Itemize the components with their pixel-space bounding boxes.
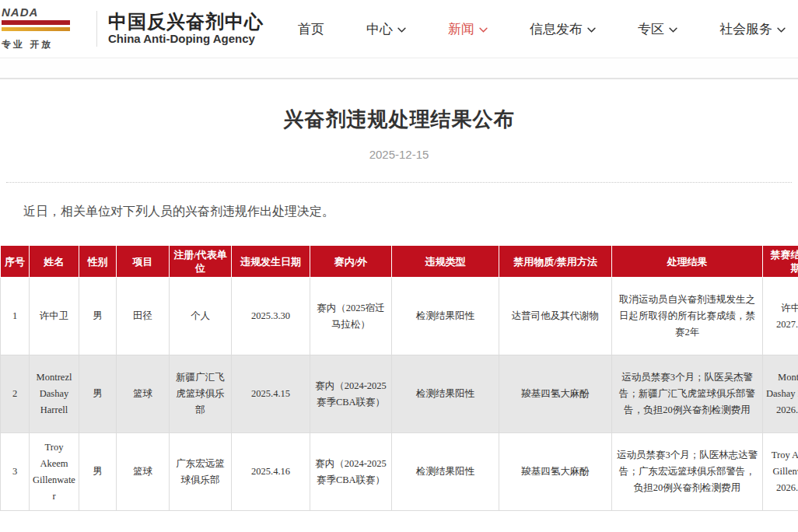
table-cell: 男: [79, 355, 117, 433]
logo-red-bar: [2, 20, 70, 25]
table-cell: 检测结果阳性: [392, 433, 499, 511]
logo-gold-bar: [2, 27, 70, 31]
table-row: 3Troy Akeem Gillenwater男篮球广东宏远篮球俱乐部2025.…: [1, 433, 798, 511]
table-cell: 赛内（2024-2025赛季CBA联赛）: [310, 433, 392, 511]
column-header: 姓名: [30, 246, 79, 278]
agency-title-en: China Anti-Doping Agency: [108, 32, 264, 46]
table-cell: 2025.4.16: [232, 433, 310, 511]
column-header: 禁用物质/禁用方法: [499, 246, 612, 278]
nav-item-label: 专区: [638, 20, 664, 38]
table-cell: 检测结果阳性: [392, 355, 499, 433]
table-cell: 取消运动员自兴奋剂违规发生之日起所取得的所有比赛成绩，禁赛2年: [612, 278, 763, 355]
column-header: 项目: [117, 246, 170, 278]
table-cell: 羧基四氢大麻酚: [499, 433, 612, 511]
column-header: 注册/代表单位: [170, 246, 232, 278]
table-cell: Troy Akeem Gillenwater: [30, 433, 79, 511]
table-cell: 1: [1, 278, 30, 355]
table-cell: 2025.3.30: [232, 278, 310, 355]
sub-header-band: [0, 58, 798, 79]
logo-divider: [96, 11, 97, 47]
table-cell: Montrezl Dashay Harrell 2026.7.14: [763, 355, 798, 433]
article-content: 兴奋剂违规处理结果公布 2025-12-15 近日，相关单位对下列人员的兴奋剂违…: [0, 106, 798, 511]
main-nav: 首页中心新闻信息发布专区社会服务: [298, 20, 798, 38]
table-cell: 赛内（2024-2025赛季CBA联赛）: [310, 355, 392, 433]
table-cell: 运动员禁赛3个月；队医吴杰警告；新疆广汇飞虎篮球俱乐部警告，负担20例兴奋剂检测…: [612, 355, 763, 433]
chevron-down-icon: [397, 21, 406, 37]
column-header: 赛内/外: [310, 246, 392, 278]
table-cell: 许中卫 2027.3.29: [763, 278, 798, 355]
agency-logo[interactable]: NADA 专业 开放: [0, 7, 92, 51]
table-cell: 男: [79, 433, 117, 511]
column-header: 序号: [1, 246, 30, 278]
article-head: 兴奋剂违规处理结果公布 2025-12-15: [0, 106, 798, 161]
nav-item-social-services[interactable]: 社会服务: [719, 20, 786, 38]
table-cell: 达普司他及其代谢物: [499, 278, 612, 355]
nav-item-home[interactable]: 首页: [298, 20, 324, 38]
title-divider: [6, 182, 792, 183]
site-header: NADA 专业 开放 中国反兴奋剂中心 China Anti-Doping Ag…: [0, 0, 798, 58]
nav-item-news[interactable]: 新闻: [448, 20, 488, 38]
nav-item-zones[interactable]: 专区: [638, 20, 677, 38]
table-cell: 3: [1, 433, 30, 511]
table-cell: 羧基四氢大麻酚: [499, 355, 612, 433]
table-cell: 许中卫: [30, 278, 79, 355]
nav-item-label: 首页: [298, 20, 324, 38]
chevron-down-icon: [669, 21, 677, 37]
intro-text: 近日，相关单位对下列人员的兴奋剂违规作出处理决定。: [23, 202, 775, 221]
agency-names: 中国反兴奋剂中心 China Anti-Doping Agency: [108, 12, 264, 46]
table-cell: 2025.4.15: [232, 355, 310, 433]
table-cell: 田径: [117, 278, 170, 355]
article-date: 2025-12-15: [0, 148, 798, 161]
chevron-down-icon: [587, 21, 596, 37]
table-cell: 男: [79, 278, 117, 355]
table-cell: 个人: [170, 278, 232, 355]
chevron-down-icon: [479, 21, 488, 37]
table-clip-region: 序号姓名性别项目注册/代表单位违规发生日期赛内/外违规类型禁用物质/禁用方法处理…: [0, 245, 798, 511]
nav-item-info-release[interactable]: 信息发布: [530, 20, 596, 38]
table-cell: 2: [1, 355, 30, 433]
table-cell: 广东宏远篮球俱乐部: [170, 433, 232, 511]
logo-slogan: 专业 开放: [2, 38, 92, 51]
nav-item-label: 信息发布: [530, 20, 583, 38]
table-cell: 篮球: [117, 355, 170, 433]
chinada-logo-text: NADA: [2, 7, 92, 18]
table-cell: 运动员禁赛3个月；队医林志达警告；广东宏远篮球俱乐部警告，负担20例兴奋剂检测费…: [612, 433, 763, 511]
column-header: 禁赛结束日期: [763, 246, 798, 278]
agency-title-cn: 中国反兴奋剂中心: [108, 12, 264, 32]
table-cell: 检测结果阳性: [392, 278, 499, 355]
table-header-row: 序号姓名性别项目注册/代表单位违规发生日期赛内/外违规类型禁用物质/禁用方法处理…: [1, 246, 798, 278]
table-cell: 赛内（2025宿迁马拉松）: [310, 278, 392, 355]
column-header: 处理结果: [612, 246, 763, 278]
chevron-down-icon: [777, 21, 786, 37]
results-table: 序号姓名性别项目注册/代表单位违规发生日期赛内/外违规类型禁用物质/禁用方法处理…: [0, 245, 798, 511]
table-cell: 篮球: [117, 433, 170, 511]
nav-item-center[interactable]: 中心: [366, 20, 406, 38]
table-cell: Montrezl Dashay Harrell: [30, 355, 79, 433]
table-cell: 新疆广汇飞虎篮球俱乐部: [170, 355, 232, 433]
nav-item-label: 社会服务: [719, 20, 772, 38]
nav-item-label: 中心: [366, 20, 393, 38]
column-header: 违规类型: [392, 246, 499, 278]
table-cell: Troy Akeem Gillenwater 2026.7.15: [763, 433, 798, 511]
table-row: 2Montrezl Dashay Harrell男篮球新疆广汇飞虎篮球俱乐部20…: [1, 355, 798, 433]
nav-item-label: 新闻: [448, 20, 474, 38]
page-title: 兴奋剂违规处理结果公布: [0, 106, 798, 133]
table-row: 1许中卫男田径个人2025.3.30赛内（2025宿迁马拉松）检测结果阳性达普司…: [1, 278, 798, 355]
column-header: 性别: [79, 246, 117, 278]
column-header: 违规发生日期: [232, 246, 310, 278]
